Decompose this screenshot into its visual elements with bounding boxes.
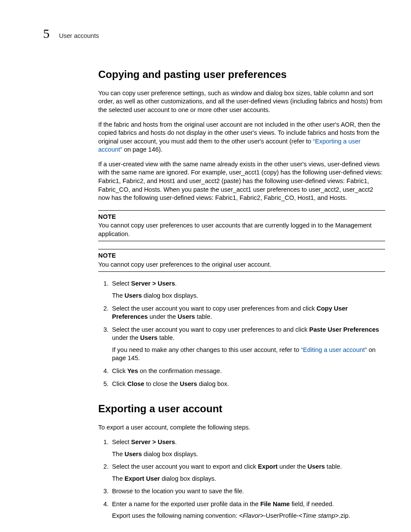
paragraph: You can copy user preference settings, s…: [98, 89, 385, 115]
bold-text: Users: [180, 380, 197, 387]
bold-text: Export User: [125, 475, 160, 482]
bold-text: Close: [127, 380, 144, 387]
note-text: You cannot copy user preferences to user…: [98, 222, 372, 237]
text: >.zip.: [335, 512, 350, 519]
chapter-number: 5: [43, 25, 50, 43]
paragraph: Export uses the following naming convent…: [112, 512, 385, 520]
text: on the confirmation message.: [138, 367, 221, 374]
heading-exporting-user-account: Exporting a user account: [98, 402, 385, 416]
text: .: [175, 439, 177, 445]
bold-text: File Name: [260, 501, 290, 507]
bold-text: Export: [258, 463, 278, 470]
text: Click: [112, 367, 127, 374]
text: Select the user account you want to copy…: [112, 305, 317, 312]
paragraph: The Users dialog box displays.: [112, 450, 385, 459]
note-label: NOTE: [98, 252, 385, 260]
text: to close the: [144, 380, 180, 387]
bold-text: Server > Users: [131, 280, 175, 287]
list-item: Browse to the location you want to save …: [110, 487, 385, 496]
text: under the: [112, 334, 140, 341]
link-editing-user-account[interactable]: “Editing a user account”: [301, 346, 367, 353]
paragraph: If the fabric and hosts from the origina…: [98, 121, 385, 154]
text: table.: [158, 334, 175, 341]
text: on page 146).: [122, 146, 163, 153]
bold-text: Server > Users: [131, 439, 175, 445]
text: Enter a name for the exported user profi…: [112, 501, 260, 507]
text: field, if needed.: [290, 501, 334, 507]
text: The: [112, 475, 125, 482]
note-block: NOTE You cannot copy user preferences to…: [98, 249, 385, 272]
paragraph: The Export User dialog box displays.: [112, 475, 385, 483]
text: The: [112, 292, 125, 299]
chapter-title: User accounts: [59, 32, 99, 40]
bold-text: Users: [308, 463, 325, 470]
ordered-list: Select Server > Users. The Users dialog …: [98, 438, 385, 520]
note-label: NOTE: [98, 213, 385, 221]
page: 5 User accounts Copying and pasting user…: [0, 0, 411, 532]
text: >-UserProfile-<: [260, 512, 302, 519]
paragraph: To export a user account, complete the f…: [98, 423, 385, 432]
list-item: Select the user account you want to expo…: [110, 463, 385, 483]
text: under the: [148, 313, 177, 320]
note-text: You cannot copy user preferences to the …: [98, 261, 271, 268]
text: Export uses the following naming convent…: [112, 512, 243, 519]
text: table.: [325, 463, 342, 470]
text: under the: [277, 463, 307, 470]
text: dialog box displays.: [142, 451, 198, 457]
paragraph: If a user-created view with the same nam…: [98, 160, 385, 202]
bold-text: Users: [177, 313, 195, 320]
bold-text: Users: [125, 292, 142, 299]
list-item: Enter a name for the exported user profi…: [110, 500, 385, 520]
text: Select: [112, 280, 131, 287]
text: If you need to make any other changes to…: [112, 346, 301, 353]
section-exporting: Exporting a user account To export a use…: [98, 402, 385, 520]
text: Select the user account you want to expo…: [112, 463, 258, 470]
list-item: Select the user account you want to copy…: [110, 305, 385, 321]
text: dialog box displays.: [142, 292, 198, 299]
page-header: 5 User accounts: [43, 25, 385, 43]
list-item: Select Server > Users. The Users dialog …: [110, 438, 385, 458]
text: Click: [112, 380, 127, 387]
bold-text: Users: [125, 451, 142, 457]
list-item: Click Yes on the confirmation message.: [110, 367, 385, 376]
bold-text: Paste User Preferences: [309, 326, 379, 333]
text: Select the user account you want to copy…: [112, 326, 309, 333]
text: Select: [112, 439, 131, 445]
ordered-list: Select Server > Users. The Users dialog …: [98, 280, 385, 388]
text: The: [112, 451, 125, 457]
note-block: NOTE You cannot copy user preferences to…: [98, 210, 385, 242]
paragraph: If you need to make any other changes to…: [112, 346, 385, 363]
text: dialog box.: [197, 380, 229, 387]
paragraph: The Users dialog box displays.: [112, 292, 385, 300]
content: Copying and pasting user preferences You…: [98, 68, 385, 520]
italic-text: Flavor: [243, 512, 260, 519]
text: table.: [195, 313, 212, 320]
text: dialog box displays.: [160, 475, 216, 482]
list-item: Select Server > Users. The Users dialog …: [110, 280, 385, 300]
text: .: [175, 280, 177, 287]
list-item: Click Close to close the Users dialog bo…: [110, 380, 385, 389]
italic-text: Time stamp: [302, 512, 335, 519]
bold-text: Yes: [127, 367, 138, 374]
list-item: Select the user account you want to copy…: [110, 326, 385, 363]
heading-copying-pasting: Copying and pasting user preferences: [98, 68, 385, 81]
bold-text: Users: [140, 334, 157, 341]
